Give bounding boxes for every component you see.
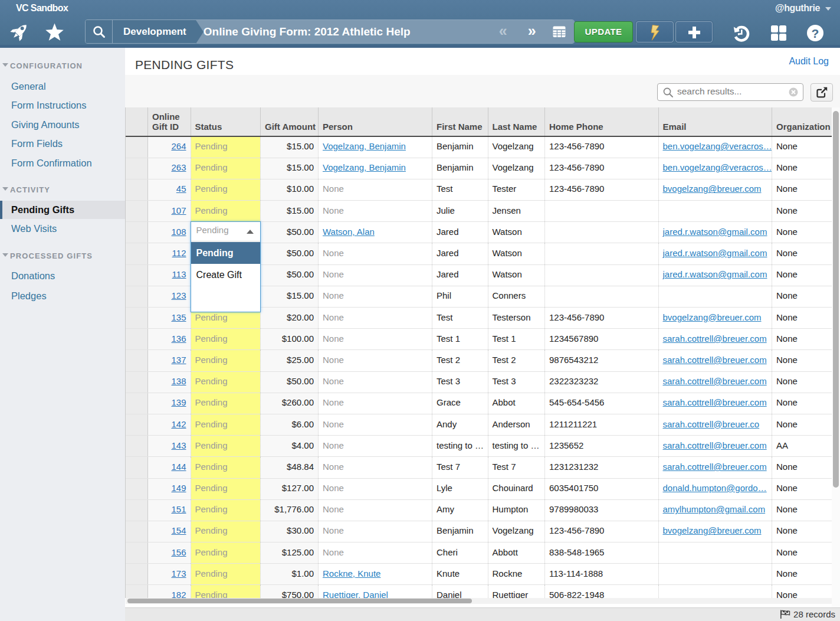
svg-text:?: ?: [812, 27, 819, 40]
